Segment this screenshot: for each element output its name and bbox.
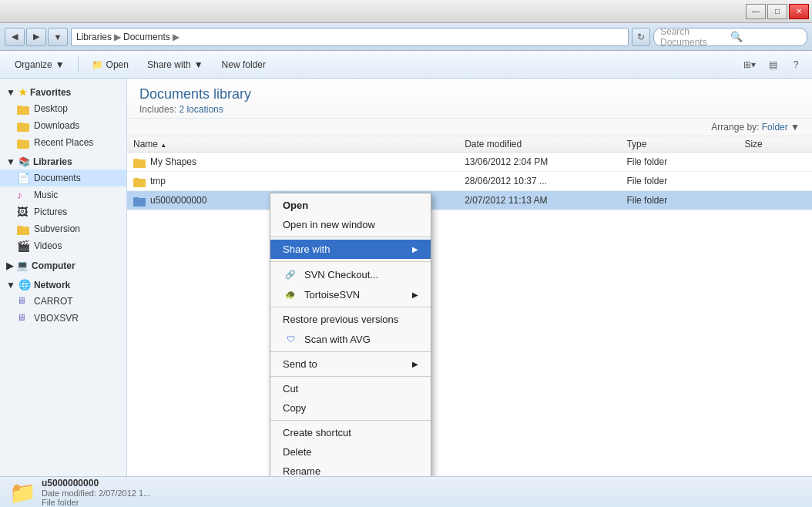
status-info: u5000000000 Date modified: 2/07/2012 1..…: [42, 478, 150, 507]
ctx-cut-label: Cut: [283, 383, 298, 395]
content-area: Documents library Includes: 2 locations …: [127, 79, 812, 476]
tortoisesvn-icon: 🐢: [283, 288, 298, 301]
sidebar-item-videos[interactable]: 🎬 Videos: [0, 237, 126, 254]
ctx-copy[interactable]: Copy: [270, 398, 431, 418]
ctx-send-to-arrow: ▶: [412, 360, 418, 368]
search-box[interactable]: Search Documents 🔍: [653, 28, 807, 46]
computer-header[interactable]: ▶ 💻 Computer: [0, 257, 126, 274]
sidebar-item-downloads[interactable]: Downloads: [0, 117, 126, 134]
ctx-scan-avg[interactable]: 🛡 Scan with AVG: [270, 329, 431, 349]
sidebar-item-subversion[interactable]: Subversion: [0, 220, 126, 237]
toolbar-right: ⊞▾ ▤ ?: [740, 55, 806, 75]
address-path[interactable]: Libraries ▶ Documents ▶: [71, 28, 629, 46]
ctx-open-label: Open: [283, 200, 308, 211]
minimize-button[interactable]: —: [746, 4, 766, 19]
carrot-icon: 🖥: [17, 295, 29, 307]
open-icon: 📁: [92, 59, 103, 70]
file-name: u5000000000: [150, 195, 206, 206]
column-type[interactable]: Type: [620, 136, 738, 153]
toolbar-separator-1: [78, 57, 79, 72]
column-date-modified[interactable]: Date modified: [458, 136, 620, 153]
organize-button[interactable]: Organize ▼: [6, 55, 73, 75]
network-section: ▼ 🌐 Network 🖥 CARROT 🖥 VBOXSVR: [0, 277, 126, 327]
sidebar-item-label: Videos: [34, 240, 62, 251]
computer-icon: 💻: [16, 260, 29, 271]
sidebar-item-label: VBOXSVR: [34, 313, 79, 324]
includes-label: Includes:: [139, 104, 176, 115]
ctx-rename[interactable]: Rename: [270, 462, 431, 476]
forward-button[interactable]: ▶: [26, 28, 46, 46]
locations-link[interactable]: 2 locations: [179, 104, 223, 115]
libraries-header[interactable]: ▼ 📚 Libraries: [0, 154, 126, 170]
videos-icon: 🎬: [17, 240, 29, 252]
sidebar-item-label: Music: [34, 190, 58, 200]
refresh-button[interactable]: ↻: [632, 28, 650, 46]
share-label: Share with: [147, 59, 191, 70]
sidebar-item-recent-places[interactable]: Recent Places: [0, 134, 126, 151]
file-date: 13/06/2012 2:04 PM: [458, 153, 620, 172]
table-row[interactable]: My Shapes 13/06/2012 2:04 PM File folder: [127, 153, 812, 172]
ctx-cut[interactable]: Cut: [270, 379, 431, 398]
file-date: 2/07/2012 11:13 AM: [458, 191, 620, 210]
status-filename: u5000000000: [42, 478, 150, 489]
ctx-restore-versions[interactable]: Restore previous versions: [270, 310, 431, 329]
favorites-arrow: ▼: [6, 87, 15, 98]
ctx-send-to[interactable]: Send to ▶: [270, 354, 431, 374]
sidebar-item-vboxsvr[interactable]: 🖥 VBOXSVR: [0, 310, 126, 327]
sidebar-item-label: CARROT: [34, 296, 73, 307]
favorites-label: Favorites: [30, 87, 71, 98]
path-arrow-1: ▶: [114, 32, 121, 42]
sidebar-item-documents[interactable]: 📄 Documents: [0, 170, 126, 186]
dropdown-button[interactable]: ▼: [48, 28, 68, 46]
column-name[interactable]: Name ▲: [127, 136, 458, 153]
path-arrow-2: ▶: [173, 32, 180, 42]
column-size[interactable]: Size: [738, 136, 812, 153]
status-details: Date modified: 2/07/2012 1...: [42, 489, 150, 498]
ctx-tortoisesvn-label: TortoiseSVN: [304, 289, 360, 301]
nav-buttons: ◀ ▶ ▼: [5, 28, 68, 46]
new-folder-button[interactable]: New folder: [213, 55, 274, 75]
sidebar-item-carrot[interactable]: 🖥 CARROT: [0, 293, 126, 310]
back-button[interactable]: ◀: [5, 28, 25, 46]
table-row[interactable]: u5000000000 2/07/2012 11:13 AM File fold…: [127, 191, 812, 210]
arrange-by-value[interactable]: Folder: [762, 122, 788, 133]
network-label: Network: [34, 280, 70, 290]
avg-icon: 🛡: [283, 333, 298, 345]
maximize-button[interactable]: □: [767, 4, 787, 19]
content-title: Documents library: [139, 86, 800, 102]
sidebar-item-music[interactable]: ♪ Music: [0, 186, 126, 203]
sidebar-item-desktop[interactable]: Desktop: [0, 100, 126, 117]
ctx-share-with[interactable]: Share with ▶: [270, 240, 431, 259]
ctx-svn-checkout[interactable]: 🔗 SVN Checkout...: [270, 264, 431, 284]
ctx-separator-4: [270, 351, 431, 352]
help-button[interactable]: ?: [786, 55, 806, 75]
sidebar-item-label: Downloads: [34, 120, 79, 131]
ctx-send-to-label: Send to: [283, 358, 317, 370]
ctx-open[interactable]: Open: [270, 196, 431, 215]
computer-label: Computer: [32, 260, 75, 271]
view-options-button[interactable]: ⊞▾: [740, 55, 760, 75]
close-button[interactable]: ✕: [789, 4, 809, 19]
favorites-header[interactable]: ▼ ★ Favorites: [0, 85, 126, 100]
libraries-arrow: ▼: [6, 156, 15, 167]
ctx-separator-6: [270, 420, 431, 421]
search-placeholder-text: Search Documents: [660, 26, 730, 48]
ctx-tortoisesvn[interactable]: 🐢 TortoiseSVN ▶: [270, 284, 431, 304]
file-list-header: Name ▲ Date modified Type Size: [127, 136, 812, 153]
ctx-tortoisesvn-inner: 🐢 TortoiseSVN: [283, 288, 360, 301]
sidebar-item-pictures[interactable]: 🖼 Pictures: [0, 203, 126, 220]
preview-pane-button[interactable]: ▤: [763, 55, 783, 75]
ctx-scan-avg-inner: 🛡 Scan with AVG: [283, 333, 371, 345]
ctx-open-new-window[interactable]: Open in new window: [270, 215, 431, 234]
ctx-svn-checkout-inner: 🔗 SVN Checkout...: [283, 268, 378, 280]
file-name: tmp: [150, 176, 166, 186]
network-header[interactable]: ▼ 🌐 Network: [0, 277, 126, 293]
table-row[interactable]: tmp 28/06/2012 10:37 ... File folder: [127, 172, 812, 191]
open-button[interactable]: 📁 Open: [83, 55, 137, 75]
arrange-arrow[interactable]: ▼: [790, 122, 800, 133]
share-with-button[interactable]: Share with ▼: [139, 55, 212, 75]
ctx-create-shortcut[interactable]: Create shortcut: [270, 423, 431, 442]
computer-arrow: ▶: [6, 260, 13, 271]
ctx-delete[interactable]: Delete: [270, 442, 431, 462]
ctx-svn-checkout-label: SVN Checkout...: [304, 269, 378, 280]
